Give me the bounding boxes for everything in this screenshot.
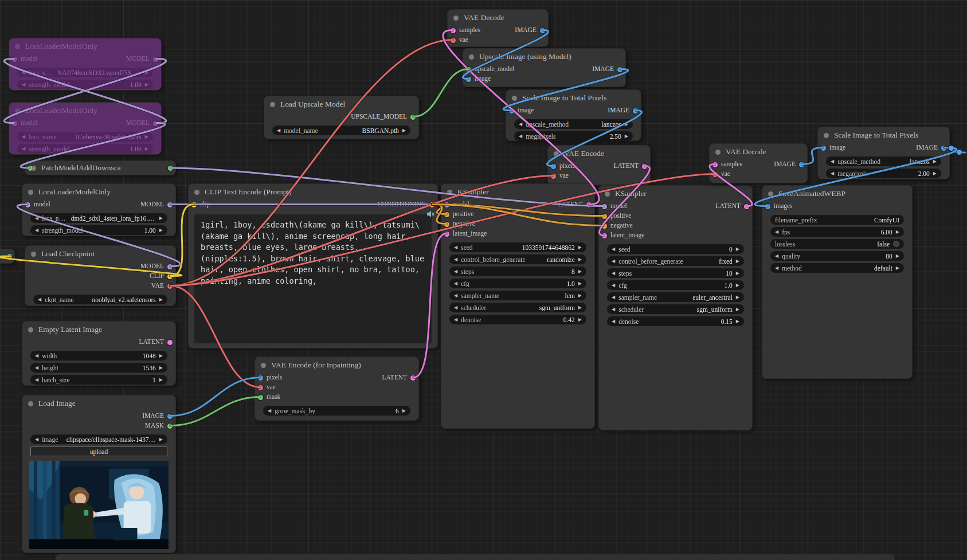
increment-arrow-icon[interactable]: ▶ <box>159 437 163 442</box>
decrement-arrow-icon[interactable]: ◀ <box>35 366 38 370</box>
upload-button[interactable]: upload <box>30 447 167 456</box>
collapse-toggle-icon[interactable] <box>605 191 610 197</box>
node-loadImage[interactable]: Load ImageIMAGEMASK◀imageclipspace/clips… <box>22 395 176 553</box>
widget-seed[interactable]: ◀seed0▶ <box>607 244 744 254</box>
node-graph-canvas[interactable]: LoraLoaderModelOnlymodelMODEL◀lora_nameN… <box>0 0 967 560</box>
node-ksL[interactable]: KSamplermodelLATENTpositivenegativelaten… <box>441 183 595 429</box>
input-port-upscale_model[interactable] <box>466 67 471 72</box>
node-header-scaleR[interactable]: Scale Image to Total Pixels <box>818 127 949 143</box>
widget-control_before_generate[interactable]: ◀control_before_generatefixed▶ <box>607 256 744 266</box>
widget-filename_prefix[interactable]: filename_prefixComfyUI <box>770 215 904 225</box>
increment-arrow-icon[interactable]: ▶ <box>145 147 148 151</box>
collapse-toggle-icon[interactable] <box>28 190 33 195</box>
decrement-arrow-icon[interactable]: ◀ <box>35 378 38 382</box>
decrement-arrow-icon[interactable]: ◀ <box>612 319 615 324</box>
widget-strength_model[interactable]: ◀strength_model1.00▶ <box>30 225 167 235</box>
node-er[interactable]: er <box>0 249 15 264</box>
widget-width[interactable]: ◀width1048▶ <box>30 351 167 361</box>
increment-arrow-icon[interactable]: ▶ <box>736 307 739 312</box>
node-vaeInpaint[interactable]: VAE Encode (for Inpainting)pixelsLATENTv… <box>255 357 419 421</box>
increment-arrow-icon[interactable]: ▶ <box>159 228 163 233</box>
input-port-latent_image[interactable] <box>602 233 607 238</box>
output-port-LATENT[interactable] <box>167 340 173 345</box>
decrement-arrow-icon[interactable]: ◀ <box>268 409 271 413</box>
decrement-arrow-icon[interactable]: ◀ <box>775 230 778 234</box>
widget-sampler_name[interactable]: ◀sampler_namelcm▶ <box>449 291 586 300</box>
decrement-arrow-icon[interactable]: ◀ <box>612 283 615 288</box>
output-port-CLIP[interactable] <box>167 274 173 279</box>
increment-arrow-icon[interactable]: ▶ <box>736 295 739 300</box>
decrement-arrow-icon[interactable]: ◀ <box>35 228 38 233</box>
node-header-scaleTop[interactable]: Scale Image to Total Pixels <box>506 90 641 106</box>
input-port-negative[interactable] <box>444 222 449 227</box>
increment-arrow-icon[interactable]: ▶ <box>736 283 739 288</box>
increment-arrow-icon[interactable]: ▶ <box>159 354 163 358</box>
node-header-clipText[interactable]: CLIP Text Encode (Prompt) <box>189 184 437 200</box>
widget-lora_name[interactable]: ◀lora_nameIL\ebenya-30.safetensors▶ <box>17 132 153 142</box>
increment-arrow-icon[interactable]: ▶ <box>933 171 937 176</box>
input-port-positive[interactable] <box>602 214 607 219</box>
collapse-toggle-icon[interactable] <box>715 150 721 155</box>
input-port-model[interactable] <box>12 57 17 62</box>
decrement-arrow-icon[interactable]: ◀ <box>519 122 522 127</box>
collapse-toggle-icon[interactable] <box>270 102 275 107</box>
node-clipText[interactable]: CLIP Text Encode (Prompt)clipCONDITIONIN… <box>188 183 438 348</box>
increment-arrow-icon[interactable]: ▶ <box>145 135 148 139</box>
decrement-arrow-icon[interactable]: ◀ <box>612 307 615 312</box>
collapsed-out-dot[interactable] <box>7 254 12 259</box>
widget-image[interactable]: ◀imageclipspace/clipspace-mask-14376694.… <box>30 434 167 444</box>
decrement-arrow-icon[interactable]: ◀ <box>454 318 457 322</box>
decrement-arrow-icon[interactable]: ◀ <box>612 259 615 264</box>
increment-arrow-icon[interactable]: ▶ <box>578 318 582 322</box>
input-port-image[interactable] <box>466 77 471 82</box>
input-port-pixels[interactable] <box>551 164 556 169</box>
output-port-MODEL[interactable] <box>167 202 173 207</box>
collapse-toggle-icon[interactable] <box>554 151 559 156</box>
node-scaleTop[interactable]: Scale Image to Total PixelsimageIMAGE◀up… <box>506 89 641 141</box>
increment-arrow-icon[interactable]: ▶ <box>578 269 582 274</box>
decrement-arrow-icon[interactable]: ◀ <box>612 295 615 300</box>
collapsed-out-dot[interactable] <box>168 166 173 171</box>
output-port-IMAGE[interactable] <box>617 67 623 72</box>
widget-upscale_method[interactable]: ◀upscale_methodlanczos▶ <box>826 156 941 166</box>
output-port-UPSCALE_MODEL[interactable] <box>410 115 416 120</box>
node-scaleR[interactable]: Scale Image to Total PixelsimageIMAGE◀up… <box>817 127 950 179</box>
collapse-toggle-icon[interactable] <box>28 327 33 332</box>
increment-arrow-icon[interactable]: ▶ <box>159 297 163 302</box>
input-port-vae[interactable] <box>712 172 718 177</box>
widget-denoise[interactable]: ◀denoise0.42▶ <box>449 315 586 324</box>
input-port-model[interactable] <box>444 202 449 207</box>
decrement-arrow-icon[interactable]: ◀ <box>454 293 457 298</box>
node-upscaleImage[interactable]: Upscale Image (using Model)upscale_model… <box>463 48 626 87</box>
output-port-CONDITIONING[interactable] <box>429 202 434 207</box>
widget-lora_name[interactable]: ◀lora_nameNAI\748cmSDXLvpred75S.safet...… <box>17 68 153 77</box>
input-port-clip[interactable] <box>191 202 197 207</box>
output-port-MASK[interactable] <box>167 424 173 429</box>
input-port-latent_image[interactable] <box>444 232 449 237</box>
decrement-arrow-icon[interactable]: ◀ <box>22 147 25 151</box>
widget-upscale_method[interactable]: ◀upscale_methodlanczos▶ <box>514 119 633 129</box>
prompt-textarea[interactable]: 1girl, 1boy, esdeath\(akame ga kill\), t… <box>194 214 432 343</box>
input-port-positive[interactable] <box>444 212 449 217</box>
input-port-samples[interactable] <box>712 162 718 167</box>
widget-megapixels[interactable]: ◀megapixels2.00▶ <box>826 169 941 178</box>
decrement-arrow-icon[interactable]: ◀ <box>775 266 778 271</box>
decrement-arrow-icon[interactable]: ◀ <box>35 354 38 358</box>
widget-steps[interactable]: ◀steps8▶ <box>449 267 586 276</box>
widget-cfg[interactable]: ◀cfg1.0▶ <box>607 280 744 290</box>
input-port-vae[interactable] <box>551 174 556 179</box>
decrement-arrow-icon[interactable]: ◀ <box>612 271 615 276</box>
node-vaeDecodeTop[interactable]: VAE DecodesamplesIMAGEvae <box>447 9 549 47</box>
increment-arrow-icon[interactable]: ▶ <box>578 306 582 310</box>
decrement-arrow-icon[interactable]: ◀ <box>22 83 25 87</box>
input-port-model[interactable] <box>25 202 30 207</box>
decrement-arrow-icon[interactable]: ◀ <box>831 159 834 164</box>
node-header-vaeInpaint[interactable]: VAE Encode (for Inpainting) <box>255 357 418 373</box>
widget-grow_mask_by[interactable]: ◀grow_mask_by6▶ <box>263 406 410 416</box>
increment-arrow-icon[interactable]: ▶ <box>625 134 628 139</box>
widget-quality[interactable]: ◀quality80▶ <box>770 251 904 261</box>
decrement-arrow-icon[interactable]: ◀ <box>612 247 615 252</box>
decrement-arrow-icon[interactable]: ◀ <box>454 257 457 262</box>
node-header-emptyLatent[interactable]: Empty Latent Image <box>22 322 175 338</box>
output-port-IMAGE[interactable] <box>941 146 946 151</box>
